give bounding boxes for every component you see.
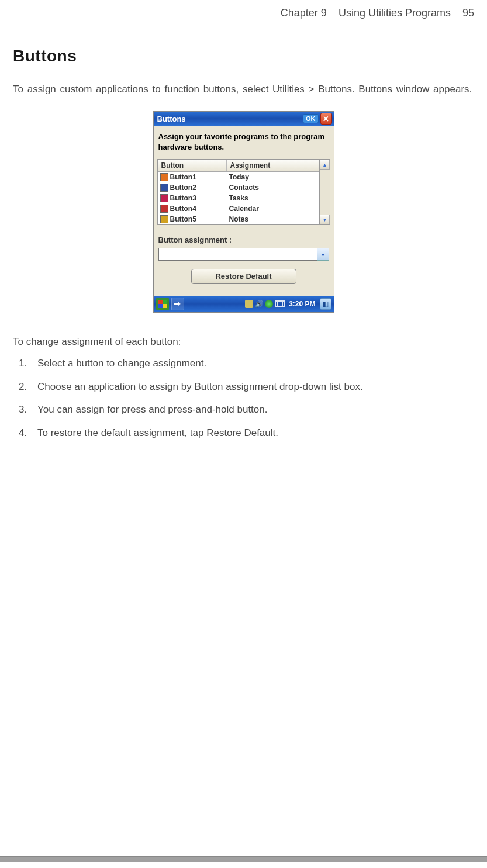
list-item: 4.To restore the default assignment, tap… — [37, 426, 474, 441]
button-name: Button4 — [170, 205, 196, 213]
ok-button[interactable]: OK — [303, 114, 319, 123]
assignment-cell: Calendar — [227, 204, 319, 213]
assignment-dropdown[interactable]: ▾ — [158, 248, 329, 261]
button-name: Button3 — [170, 194, 196, 202]
tasks-icon — [160, 194, 168, 202]
contacts-icon — [160, 184, 168, 192]
button-name: Button2 — [170, 184, 196, 192]
chevron-up-icon: ▴ — [323, 161, 326, 168]
dialog-titlebar: Buttons OK ✕ — [154, 112, 334, 126]
button-table[interactable]: Button Assignment Button1TodayButton2Con… — [157, 159, 320, 225]
scroll-down-arrow[interactable]: ▾ — [320, 215, 330, 224]
button-cell: Button2 — [158, 183, 227, 192]
list-item: 2.Choose an application to assign by But… — [37, 379, 474, 395]
button-cell: Button3 — [158, 193, 227, 203]
system-tray: 🔊 3:20 PM — [245, 300, 315, 308]
button-cell: Button5 — [158, 215, 227, 224]
page-footer-bar — [0, 856, 487, 862]
list-item: 3.You can assign for press and press-and… — [37, 402, 474, 417]
list-item: 1.Select a button to change assignment. — [37, 356, 474, 371]
buttons-dialog: Buttons OK ✕ Assign your favorite progra… — [153, 111, 334, 313]
button-cell: Button4 — [158, 204, 227, 213]
home-icon — [160, 173, 168, 181]
chevron-down-icon: ▾ — [323, 216, 326, 223]
table-header-row: Button Assignment — [158, 160, 319, 172]
cursor-icon: ⮕ — [174, 300, 181, 309]
table-row[interactable]: Button5Notes — [158, 214, 319, 224]
assignment-cell: Today — [227, 172, 319, 182]
table-row[interactable]: Button4Calendar — [158, 203, 319, 214]
button-name: Button5 — [170, 215, 196, 223]
dialog-title: Buttons — [157, 115, 303, 123]
close-button[interactable]: ✕ — [320, 113, 332, 125]
step-number: 3. — [19, 402, 27, 417]
assignment-cell: Notes — [227, 215, 319, 224]
intro-paragraph: To assign custom applications to functio… — [13, 82, 474, 97]
dialog-instruction: Assign your favorite programs to the pro… — [154, 126, 334, 159]
desktop-icon: ◧ — [322, 300, 329, 308]
assignment-input[interactable] — [158, 248, 317, 261]
page-header: Chapter 9 Using Utilities Programs 95 — [13, 7, 474, 22]
page-number: 95 — [462, 7, 474, 19]
taskbar: ⮕ 🔊 3:20 PM ◧ — [154, 296, 334, 312]
keyboard-icon[interactable] — [275, 300, 285, 307]
step-number: 1. — [19, 356, 27, 371]
step-number: 4. — [19, 426, 27, 441]
vertical-scrollbar[interactable]: ▴ ▾ — [320, 159, 330, 225]
assignment-cell: Tasks — [227, 193, 319, 203]
close-icon: ✕ — [323, 115, 329, 123]
step-number: 2. — [19, 379, 27, 395]
start-button[interactable] — [156, 298, 169, 310]
dropdown-toggle[interactable]: ▾ — [317, 248, 329, 261]
taskbar-clock[interactable]: 3:20 PM — [289, 300, 315, 308]
col-button-header[interactable]: Button — [158, 160, 227, 171]
chapter-title: Using Utilities Programs — [339, 7, 451, 19]
table-row[interactable]: Button3Tasks — [158, 193, 319, 203]
restore-default-button[interactable]: Restore Default — [191, 269, 296, 284]
taskbar-app-button[interactable]: ⮕ — [171, 298, 184, 310]
instructions-heading: To change assignment of each button: — [13, 336, 474, 348]
show-desktop-button[interactable]: ◧ — [320, 298, 331, 310]
assignment-section: Button assignment : ▾ Restore Default — [154, 225, 334, 296]
assignment-cell: Contacts — [227, 183, 319, 192]
button-cell: Button1 — [158, 172, 227, 182]
button-name: Button1 — [170, 173, 196, 181]
screenshot-container: Buttons OK ✕ Assign your favorite progra… — [13, 111, 474, 313]
chevron-down-icon: ▾ — [322, 251, 324, 258]
chapter-label: Chapter 9 — [281, 7, 327, 19]
windows-flag-icon — [158, 300, 167, 308]
table-row[interactable]: Button1Today — [158, 172, 319, 182]
notes-icon — [160, 215, 168, 223]
col-assignment-header[interactable]: Assignment — [227, 160, 319, 171]
assignment-label: Button assignment : — [158, 236, 329, 244]
network-icon[interactable] — [265, 300, 273, 308]
button-table-area: Button Assignment Button1TodayButton2Con… — [157, 159, 330, 225]
section-heading: Buttons — [13, 47, 474, 65]
tray-icon-1[interactable] — [245, 300, 253, 308]
table-row[interactable]: Button2Contacts — [158, 182, 319, 193]
instruction-steps: 1.Select a button to change assignment.2… — [13, 356, 474, 440]
volume-icon[interactable]: 🔊 — [255, 300, 263, 308]
calendar-icon — [160, 205, 168, 213]
scroll-up-arrow[interactable]: ▴ — [320, 160, 330, 170]
